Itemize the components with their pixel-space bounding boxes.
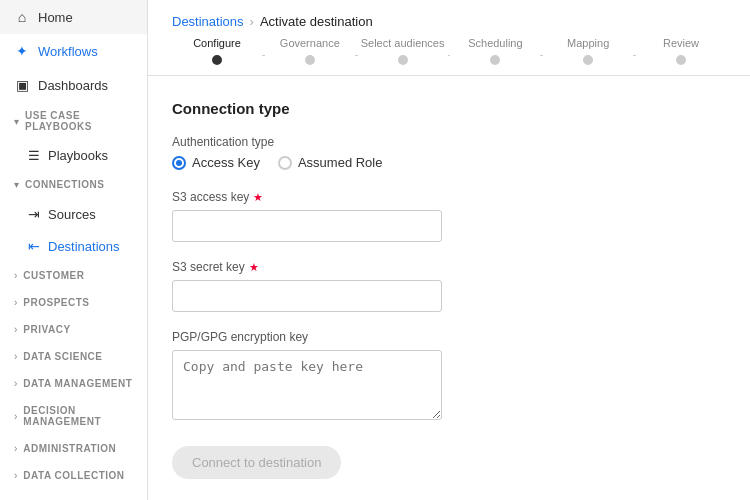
section-label: CONNECTIONS <box>25 179 104 190</box>
sources-icon: ⇥ <box>28 206 40 222</box>
section-label: ADMINISTRATION <box>23 443 116 454</box>
sidebar-item-label: Home <box>38 10 73 25</box>
destinations-icon: ⇤ <box>28 238 40 254</box>
sidebar-item-label: Sources <box>48 207 96 222</box>
radio-access-key[interactable] <box>172 156 186 170</box>
section-data-management[interactable]: › DATA MANAGEMENT <box>0 370 147 397</box>
section-use-case-playbooks[interactable]: ▾ USE CASE PLAYBOOKS <box>0 102 147 140</box>
step-mapping[interactable]: Mapping <box>543 37 633 75</box>
chevron-down-icon: ▾ <box>14 179 19 190</box>
chevron-right-icon: › <box>14 443 17 454</box>
chevron-right-icon: › <box>14 470 17 481</box>
chevron-down-icon: ▾ <box>14 116 19 127</box>
step-dot-review <box>676 55 686 65</box>
sidebar-item-home[interactable]: ⌂ Home <box>0 0 147 34</box>
steps-bar: Configure Governance Select audiences Sc… <box>172 37 726 75</box>
section-customer[interactable]: › CUSTOMER <box>0 262 147 289</box>
pgp-gpg-key-label: PGP/GPG encryption key <box>172 330 726 344</box>
breadcrumb-separator: › <box>250 14 254 29</box>
chevron-right-icon: › <box>14 270 17 281</box>
auth-option-access-key[interactable]: Access Key <box>172 155 260 170</box>
sidebar-item-playbooks[interactable]: ☰ Playbooks <box>0 140 147 171</box>
sidebar-item-destinations[interactable]: ⇤ Destinations <box>0 230 147 262</box>
dashboards-icon: ▣ <box>14 77 30 93</box>
chevron-right-icon: › <box>14 378 17 389</box>
step-dot-configure <box>212 55 222 65</box>
section-label: PRIVACY <box>23 324 70 335</box>
sidebar-item-workflows[interactable]: ✦ Workflows <box>0 34 147 68</box>
s3-access-key-label: S3 access key ★ <box>172 190 726 204</box>
step-dot-scheduling <box>490 55 500 65</box>
section-prospects[interactable]: › PROSPECTS <box>0 289 147 316</box>
breadcrumb-parent[interactable]: Destinations <box>172 14 244 29</box>
form-area: Connection type Authentication type Acce… <box>148 76 750 500</box>
section-connections[interactable]: ▾ CONNECTIONS <box>0 171 147 198</box>
pgp-gpg-key-group: PGP/GPG encryption key <box>172 330 726 420</box>
sidebar-item-dashboards[interactable]: ▣ Dashboards <box>0 68 147 102</box>
s3-access-key-group: S3 access key ★ <box>172 190 726 242</box>
playbooks-icon: ☰ <box>28 148 40 163</box>
section-label: DATA MANAGEMENT <box>23 378 132 389</box>
step-dot-mapping <box>583 55 593 65</box>
step-dot-audiences <box>398 55 408 65</box>
auth-label-assumed-role: Assumed Role <box>298 155 383 170</box>
form-section-title: Connection type <box>172 100 726 117</box>
section-administration[interactable]: › ADMINISTRATION <box>0 435 147 462</box>
chevron-right-icon: › <box>14 411 17 422</box>
radio-assumed-role[interactable] <box>278 156 292 170</box>
connect-button[interactable]: Connect to destination <box>172 446 341 479</box>
required-star-2: ★ <box>249 261 259 274</box>
s3-secret-key-group: S3 secret key ★ <box>172 260 726 312</box>
section-label: DATA COLLECTION <box>23 470 124 481</box>
breadcrumb-current: Activate destination <box>260 14 373 29</box>
s3-secret-key-input[interactable] <box>172 280 442 312</box>
workflows-icon: ✦ <box>14 43 30 59</box>
section-data-collection[interactable]: › DATA COLLECTION <box>0 462 147 489</box>
auth-type-group: Authentication type Access Key Assumed R… <box>172 135 726 170</box>
step-review[interactable]: Review <box>636 37 726 75</box>
sidebar-item-label: Dashboards <box>38 78 108 93</box>
auth-label-access-key: Access Key <box>192 155 260 170</box>
section-label: DATA SCIENCE <box>23 351 102 362</box>
section-privacy[interactable]: › PRIVACY <box>0 316 147 343</box>
s3-secret-key-label: S3 secret key ★ <box>172 260 726 274</box>
sidebar: ⌂ Home ✦ Workflows ▣ Dashboards ▾ USE CA… <box>0 0 148 500</box>
step-select-audiences[interactable]: Select audiences <box>358 37 448 75</box>
section-label: DECISION MANAGEMENT <box>23 405 133 427</box>
page-header: Destinations › Activate destination Conf… <box>148 0 750 76</box>
section-label: PROSPECTS <box>23 297 89 308</box>
main-content: Destinations › Activate destination Conf… <box>148 0 750 500</box>
s3-access-key-input[interactable] <box>172 210 442 242</box>
breadcrumb: Destinations › Activate destination <box>172 14 726 29</box>
auth-type-label: Authentication type <box>172 135 726 149</box>
sidebar-item-label: Playbooks <box>48 148 108 163</box>
auth-options: Access Key Assumed Role <box>172 155 726 170</box>
step-scheduling[interactable]: Scheduling <box>450 37 540 75</box>
chevron-right-icon: › <box>14 351 17 362</box>
section-label: USE CASE PLAYBOOKS <box>25 110 133 132</box>
step-configure[interactable]: Configure <box>172 37 262 75</box>
chevron-right-icon: › <box>14 324 17 335</box>
section-decision-management[interactable]: › DECISION MANAGEMENT <box>0 397 147 435</box>
step-dot-governance <box>305 55 315 65</box>
home-icon: ⌂ <box>14 9 30 25</box>
sidebar-item-sources[interactable]: ⇥ Sources <box>0 198 147 230</box>
step-governance[interactable]: Governance <box>265 37 355 75</box>
section-label: CUSTOMER <box>23 270 84 281</box>
section-data-science[interactable]: › DATA SCIENCE <box>0 343 147 370</box>
sidebar-item-label: Workflows <box>38 44 98 59</box>
required-star: ★ <box>253 191 263 204</box>
sidebar-item-label: Destinations <box>48 239 120 254</box>
auth-option-assumed-role[interactable]: Assumed Role <box>278 155 383 170</box>
pgp-gpg-key-input[interactable] <box>172 350 442 420</box>
chevron-right-icon: › <box>14 297 17 308</box>
